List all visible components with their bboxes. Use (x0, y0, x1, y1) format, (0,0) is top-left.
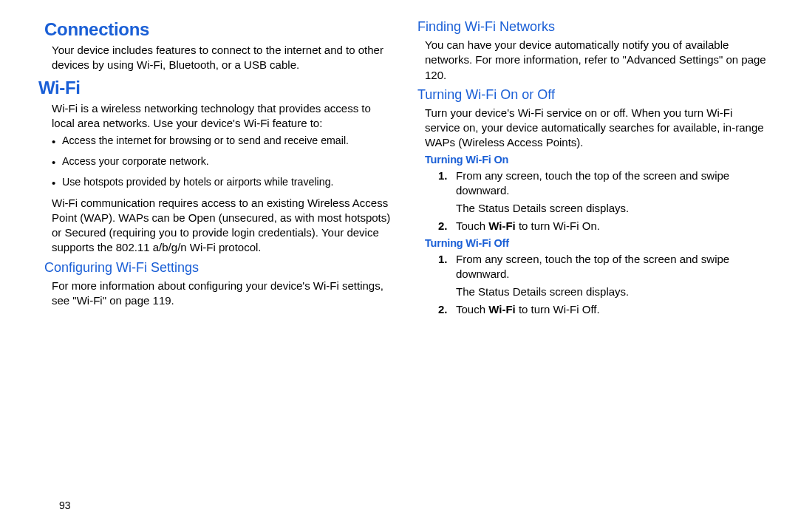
bold-term: Wi-Fi (488, 219, 516, 232)
wifi-feature-list: Access the internet for browsing or to s… (52, 134, 395, 190)
bold-term: Wi-Fi (488, 303, 516, 316)
heading-turning-wifi-on: Turning Wi-Fi On (425, 154, 768, 166)
cross-reference: "Wi-Fi" (72, 294, 106, 307)
configuring-wifi-paragraph: For more information about configuring y… (52, 279, 395, 309)
text-fragment: on page 119. (106, 294, 174, 307)
heading-connections: Connections (44, 19, 395, 40)
finding-wifi-paragraph: You can have your device automatically n… (425, 38, 768, 83)
step-item: Touch Wi-Fi to turn Wi-Fi Off. (438, 302, 768, 317)
heading-turning-wifi-off: Turning Wi-Fi Off (425, 237, 768, 249)
list-item: Access the internet for browsing or to s… (52, 134, 395, 149)
text-fragment: Touch (456, 303, 488, 316)
step-text: From any screen, touch the top of the sc… (456, 253, 729, 280)
heading-wifi: Wi-Fi (38, 78, 395, 98)
turning-on-steps: From any screen, touch the top of the sc… (438, 168, 768, 234)
list-item: Use hotspots provided by hotels or airpo… (52, 175, 395, 190)
step-item: From any screen, touch the top of the sc… (438, 168, 768, 216)
turning-wifi-paragraph: Turn your device's Wi-Fi service on or o… (425, 106, 768, 151)
wifi-wap-paragraph: Wi-Fi communication requires access to a… (52, 196, 395, 256)
list-item: Access your corporate network. (52, 154, 395, 169)
heading-turning-wifi-on-off: Turning Wi-Fi On or Off (417, 87, 768, 103)
heading-finding-wifi: Finding Wi-Fi Networks (417, 19, 768, 35)
page-number: 93 (59, 499, 71, 511)
step-subtext: The Status Details screen displays. (456, 201, 768, 216)
step-item: From any screen, touch the top of the sc… (438, 252, 768, 300)
step-item: Touch Wi-Fi to turn Wi-Fi On. (438, 219, 768, 233)
connections-intro: Your device includes features to connect… (52, 43, 395, 73)
left-column: Connections Your device includes feature… (52, 19, 395, 321)
turning-off-steps: From any screen, touch the top of the sc… (438, 252, 768, 318)
step-subtext: The Status Details screen displays. (456, 284, 768, 299)
page-columns: Connections Your device includes feature… (52, 19, 768, 321)
text-fragment: to turn Wi-Fi On. (516, 219, 600, 232)
wifi-intro: Wi-Fi is a wireless networking technolog… (52, 101, 395, 132)
text-fragment: Touch (456, 219, 488, 232)
text-fragment: to turn Wi-Fi Off. (516, 303, 600, 316)
step-text: From any screen, touch the top of the sc… (456, 169, 729, 197)
heading-configuring-wifi: Configuring Wi-Fi Settings (44, 260, 395, 276)
right-column: Finding Wi-Fi Networks You can have your… (425, 19, 768, 321)
cross-reference: "Advanced Settings" (623, 53, 723, 66)
